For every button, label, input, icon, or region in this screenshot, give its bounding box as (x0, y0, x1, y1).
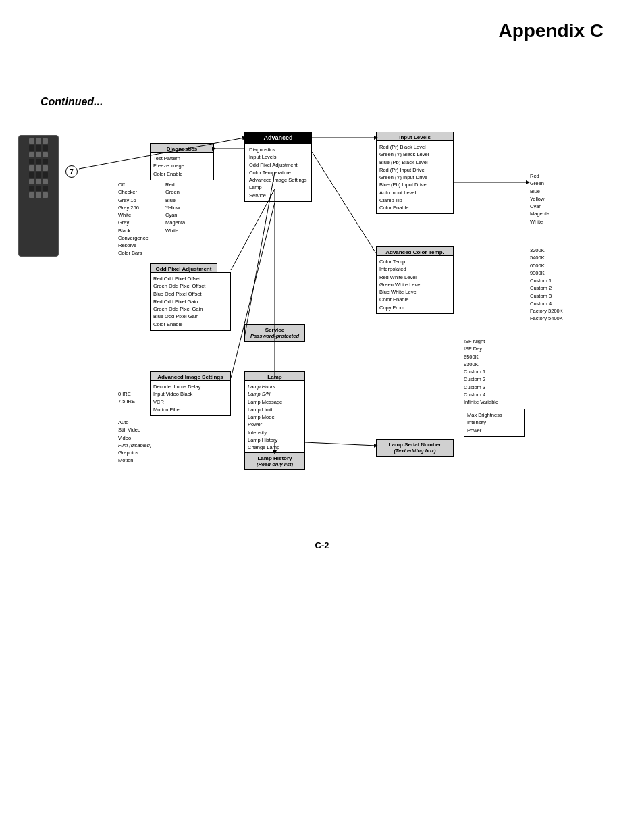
lamp-serial-box: Lamp Serial Number (Text editing box) (376, 439, 454, 457)
odd-pixel-label: Odd Pixel Adjustment (153, 266, 214, 272)
advanced-items: Diagnostics Input Levels Odd Pixel Adjus… (244, 143, 312, 202)
color-temp-values: 3200K 5400K 6500K 9300K Custom 1 Custom … (530, 246, 563, 323)
page-title: Appendix C (0, 0, 644, 42)
advanced-color-temp-label: Advanced Color Temp. (379, 249, 450, 255)
input-levels-items: Red (Pr) Black Level Green (Y) Black Lev… (376, 140, 454, 214)
diagnostics-items: Test Pattern Freeze image Color Enable (150, 152, 214, 180)
test-patterns-list: Off Checker Gray 16 Gray 256 White Gray … (118, 181, 149, 257)
ire-values: 0 IRE 7.5 IRE (118, 390, 135, 406)
step-circle-7: 7 (65, 165, 78, 178)
advanced-label: Advanced (249, 134, 307, 141)
advanced-image-items: Decoder Luma Delay Input Video Black VCR… (150, 380, 231, 416)
diagnostics-colors-list: Red Green Blue Yellow Cyan Magenta White (165, 181, 185, 234)
lamp-serial-label: Lamp Serial Number (379, 442, 450, 448)
input-levels-label: Input Levels (379, 134, 450, 140)
input-levels-colors: Red Green Blue Yellow Cyan Magenta White (530, 172, 549, 226)
continued-label: Continued... (0, 42, 644, 108)
service-note: Password-protected (248, 333, 302, 339)
lamp-history-label: Lamp History (248, 455, 302, 461)
lamp-items: Lamp Hours Lamp S/N Lamp Message Lamp Li… (244, 380, 305, 454)
advanced-box: Advanced (244, 132, 312, 144)
odd-pixel-items: Red Odd Pixel Offset Green Odd Pixel Off… (150, 272, 231, 331)
remote-control (18, 135, 59, 257)
lamp-serial-note: (Text editing box) (379, 448, 450, 454)
lamp-history-note: (Read-only list) (248, 461, 302, 467)
lamp-label: Lamp (248, 374, 302, 380)
service-label: Service (248, 327, 302, 333)
copy-from-values: ISF Night ISF Day 6500K 9300K Custom 1 C… (464, 338, 498, 406)
max-brightness-box: Max Brightness Intensity Power (464, 409, 525, 437)
diagram-area: 7 Advanced Diagnostics Input Levels Odd … (18, 128, 626, 520)
diagnostics-label: Diagnostics (153, 146, 211, 152)
svg-line-5 (231, 203, 275, 378)
motion-filter-values: Auto Still Video Video Film (disabled) G… (118, 419, 151, 465)
lamp-history-box: Lamp History (Read-only list) (244, 452, 305, 470)
service-box: Service Password-protected (244, 324, 305, 342)
advanced-image-label: Advanced Image Settings (153, 374, 227, 380)
advanced-color-temp-items: Color Temp. Interpolated Red White Level… (376, 255, 454, 314)
svg-line-9 (312, 152, 376, 253)
page-footer: C-2 (0, 540, 644, 571)
svg-line-11 (305, 442, 376, 446)
